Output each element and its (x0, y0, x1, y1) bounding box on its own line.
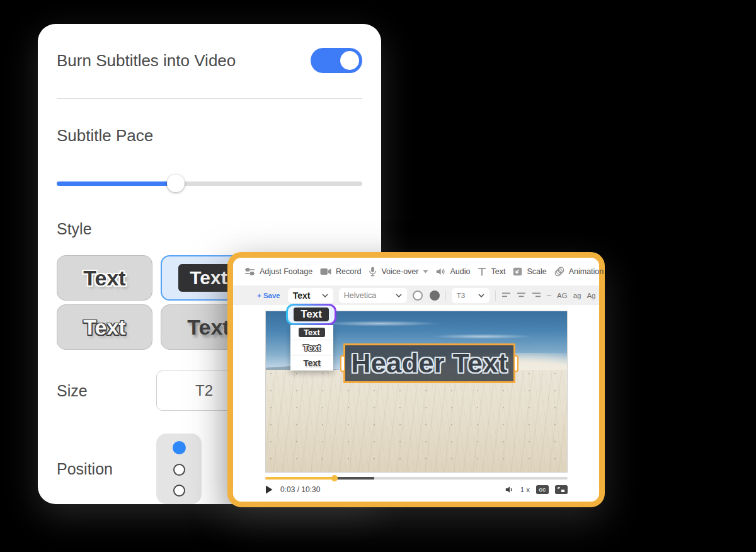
text-tool-button[interactable]: Text (474, 267, 509, 276)
chevron-down-icon (478, 294, 484, 297)
voice-over-button[interactable]: Voice-over (365, 267, 432, 277)
audio-button[interactable]: Audio (432, 267, 474, 276)
playback-speed-button[interactable]: 1 x (520, 486, 530, 493)
adjust-sliders-icon (244, 267, 255, 276)
lowercase-button[interactable]: ag (573, 292, 581, 299)
uppercase-button[interactable]: AG (557, 292, 568, 299)
progress-buffered (335, 477, 374, 480)
video-editor-panel: Adjust Footage Record Voice-over Audio (227, 252, 605, 507)
subtitle-pace-label: Subtitle Pace (57, 126, 362, 146)
toggle-knob (340, 51, 359, 70)
header-text-element[interactable]: Header Text (343, 343, 515, 383)
text-icon (478, 267, 486, 276)
align-left-icon[interactable] (501, 290, 511, 301)
position-label: Position (57, 460, 156, 478)
style-option-stroke[interactable]: Text (57, 255, 152, 301)
progress-handle[interactable] (331, 475, 338, 481)
style-label: Style (57, 220, 362, 238)
align-right-icon[interactable] (532, 290, 541, 301)
cloud (432, 334, 534, 339)
position-radio-group (156, 434, 202, 504)
header-text: Header Text (351, 348, 507, 379)
sand-foreground (266, 370, 567, 472)
caret-down-icon (423, 270, 428, 273)
resize-handle-right[interactable] (513, 355, 518, 372)
align-center-icon[interactable] (517, 290, 526, 301)
record-button[interactable]: Record (316, 267, 365, 276)
text-style-item-plain[interactable]: Text (290, 355, 333, 371)
slider-fill (57, 181, 176, 186)
save-button[interactable]: + Save (257, 292, 280, 299)
position-radio-middle[interactable] (173, 464, 185, 476)
subtitle-pace-slider[interactable] (57, 175, 362, 192)
time-display: 0:03 / 10:30 (280, 485, 320, 494)
burn-subtitles-toggle[interactable] (311, 48, 362, 73)
burn-subtitles-label: Burn Subtitles into Video (57, 51, 236, 71)
speaker-icon (436, 268, 445, 275)
style-option-hollow[interactable]: Text (57, 304, 152, 350)
progress-played (265, 477, 335, 480)
outline-color-swatch[interactable] (413, 290, 423, 301)
adjust-footage-button[interactable]: Adjust Footage (241, 267, 316, 276)
size-label: Size (57, 382, 156, 400)
resize-handle-left[interactable] (340, 355, 345, 372)
chevron-down-icon (396, 294, 402, 297)
cc-label: CC (539, 488, 546, 492)
video-canvas: Text Text Text Text Header Text (265, 311, 568, 473)
text-style-dropdown: Text Text Text Text (286, 304, 336, 371)
slider-knob[interactable] (167, 175, 185, 192)
text-size-select[interactable]: T3 (452, 288, 490, 303)
format-bar-divider (495, 290, 496, 301)
decrease-button[interactable]: – (547, 290, 551, 300)
chevron-down-icon (322, 294, 328, 297)
font-select[interactable]: Helvetica (339, 288, 407, 303)
titlecase-button[interactable]: Ag (587, 292, 595, 299)
playback-controls: 0:03 / 10:30 1 x CC (265, 485, 568, 494)
format-bar-divider (445, 290, 446, 301)
text-style-list: Text Text Text (290, 325, 333, 371)
position-radio-top[interactable] (173, 441, 186, 454)
divider (57, 98, 362, 99)
animation-button[interactable]: Animation (551, 267, 608, 277)
editor-toolbar: Adjust Footage Record Voice-over Audio (233, 258, 599, 285)
fullscreen-button[interactable] (555, 485, 568, 494)
selected-text-style[interactable]: Text (286, 304, 336, 325)
text-style-item-hollow[interactable]: Text (290, 340, 333, 355)
captions-button[interactable]: CC (536, 485, 549, 494)
scale-icon (513, 267, 522, 276)
text-style-select[interactable]: Text (288, 288, 333, 303)
play-button[interactable] (265, 485, 273, 494)
microphone-icon (369, 267, 377, 277)
fill-color-swatch[interactable] (430, 290, 440, 301)
scale-button[interactable]: Scale (509, 267, 550, 276)
text-format-bar: + Save Text Helvetica T3 – AG ag Ag (233, 285, 599, 305)
animation-icon (554, 267, 564, 277)
video-camera-icon (320, 268, 331, 275)
text-style-item-boxed[interactable]: Text (290, 325, 333, 340)
volume-icon[interactable] (505, 486, 514, 493)
position-radio-bottom[interactable] (173, 485, 185, 497)
video-progress-bar[interactable] (265, 477, 568, 480)
